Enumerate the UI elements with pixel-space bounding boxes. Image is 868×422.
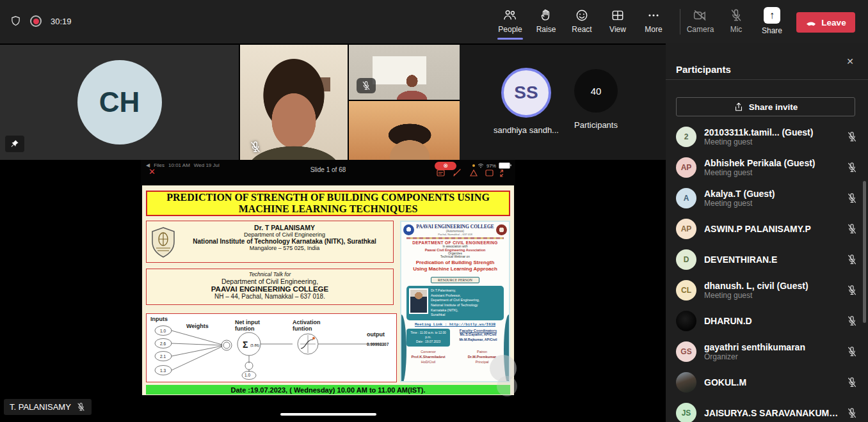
slide-title-line2: MACHINE LEARNING TECHNIQUES	[239, 203, 418, 215]
participant-row[interactable]: GS gayathri senthikumaran Organizer	[666, 336, 868, 367]
toolbar-divider	[680, 9, 680, 35]
diagram-output-label: output	[367, 331, 385, 338]
participant-row[interactable]: A Akalya.T (Guest) Meeting guest	[666, 183, 868, 214]
meeting-stage: CH SS sandhiya sandh... 40 Participants	[0, 43, 666, 422]
participant-avatar: AP	[676, 219, 696, 239]
input-value-4: 1.3	[160, 368, 166, 373]
convenor-role: HoD/Civil	[401, 359, 455, 364]
talk-dept: Department of Civil Engineering,	[147, 277, 393, 285]
close-panel-button[interactable]: ✕	[846, 56, 854, 66]
home-indicator[interactable]	[280, 413, 376, 416]
participant-row[interactable]: CL dhanush. L, civil (Guest) Meeting gue…	[666, 275, 868, 306]
diagram-net-label2: funtion	[235, 325, 255, 332]
convenor-label: Convenor	[401, 349, 455, 354]
raise-button[interactable]: Raise	[530, 4, 562, 38]
panel-title: Participants	[676, 64, 731, 75]
participant-avatar	[676, 311, 696, 331]
participant-row[interactable]: 2 20103311k.tamil... (Guest) Meeting gue…	[666, 121, 868, 152]
diagram-net-label1: Net input	[235, 319, 260, 325]
mic-label: Mic	[730, 25, 743, 34]
mic-off-icon	[76, 402, 86, 412]
toolbar-device-group: Camera Mic ↑ Share	[684, 4, 788, 38]
participant-avatar	[676, 372, 696, 393]
annotation-toolbar-icons[interactable]	[436, 168, 511, 178]
overflow-participants-tile[interactable]: 40 Participants	[551, 69, 641, 130]
participant-row[interactable]: JS JAISURYA.S SARAVANAKUMAR.T	[666, 398, 868, 422]
participant-row[interactable]: AP Abhishek Perikala (Guest) Meeting gue…	[666, 152, 868, 183]
participant-name: DEVENTHIRAN.E	[704, 254, 839, 265]
mic-off-icon	[846, 407, 858, 419]
scroll-handle-secondary[interactable]	[497, 376, 517, 396]
participant-row[interactable]: AP ASWIN.P PALANISAMY.P	[666, 214, 868, 244]
participant-name: GOKUL.M	[704, 377, 839, 387]
leave-button[interactable]: Leave	[796, 12, 855, 33]
camera-off-icon	[693, 8, 707, 22]
participant-name: ASWIN.P PALANISAMY.P	[704, 224, 839, 234]
camera-button[interactable]: Camera	[684, 4, 716, 38]
participant-subtitle: Meeting guest	[704, 168, 839, 177]
poster-title-line1: Predication of Building Strength	[401, 260, 509, 266]
panel-scrollbar[interactable]	[863, 181, 866, 323]
react-button[interactable]: React	[566, 4, 598, 38]
more-button[interactable]: More	[638, 4, 670, 38]
people-button[interactable]: People	[494, 4, 526, 38]
participant-meta: DHARUN.D	[704, 316, 839, 326]
participant-row[interactable]: DHARUN.D	[666, 306, 868, 336]
avatar: CH	[77, 60, 162, 145]
leave-label: Leave	[821, 18, 846, 27]
college-emblem-icon	[496, 224, 507, 235]
webinar-date: Date : 19.07.2023	[408, 340, 449, 344]
time-date-chip: Time : 11.00 a.m. to 12.00 p.m. Date : 1…	[406, 329, 450, 347]
share-invite-label: Share invite	[749, 102, 798, 112]
close-icon: ✕	[846, 56, 854, 66]
participant-row[interactable]: GOKUL.M	[666, 367, 868, 398]
video-tile-speaker[interactable]	[240, 45, 348, 160]
share-icon: ↑	[764, 7, 780, 24]
video-tile-participant-2[interactable]	[349, 101, 460, 160]
view-grid-icon	[611, 8, 625, 22]
college-logo-icon	[403, 224, 414, 235]
input-value-3: 2.1	[160, 354, 166, 359]
shared-screen[interactable]: ◀ Files 10:01 AM Wed 19 Jul ✕ Slide 1 of…	[141, 160, 515, 422]
share-invite-button[interactable]: Share invite	[676, 97, 855, 116]
participant-subtitle: Organizer	[704, 352, 839, 361]
share-invite-icon	[734, 102, 744, 112]
speaker-text: Dr. T PALANISAMY Department of Civil Eng…	[179, 224, 390, 251]
person-inst2: Karnataka (NITK),	[431, 308, 479, 313]
speaker-institute: National Institute of Technology Karnata…	[179, 238, 390, 245]
video-tile-participant-1[interactable]	[349, 45, 460, 100]
faculty-coordinators: Faculty Coordinators Ms.S.Gayathri, AP/C…	[453, 329, 504, 343]
bias-value: 1.0	[245, 373, 250, 377]
share-button[interactable]: ↑ Share	[756, 4, 788, 38]
mic-off-icon	[846, 162, 858, 173]
participant-name: Akalya.T (Guest)	[704, 189, 839, 199]
mic-button[interactable]: Mic	[720, 4, 752, 38]
speaker-name: Dr. T PALANISAMY	[179, 224, 390, 231]
video-tile-ch[interactable]: CH	[0, 45, 239, 160]
view-button[interactable]: View	[602, 4, 634, 38]
pin-button[interactable]	[5, 136, 24, 152]
meeting-link: Meeting Link : http://bitly.ws/I63B	[401, 322, 509, 327]
poster-accreditation-line	[406, 237, 504, 239]
participant-name: gayathri senthikumaran	[704, 342, 839, 352]
participant-meta: Abhishek Perikala (Guest) Meeting guest	[704, 158, 839, 177]
participant-name: 20103311k.tamil... (Guest)	[704, 127, 839, 137]
participant-name: dhanush. L, civil (Guest)	[704, 281, 839, 291]
people-label: People	[498, 25, 522, 34]
presenter-name-tag: T. PALANISAMY	[4, 399, 92, 415]
mic-off-icon	[361, 81, 371, 91]
avatar: SS	[501, 68, 551, 118]
participants-count: 40	[574, 69, 618, 113]
recording-status: 30:19	[10, 15, 72, 27]
convenor-name: Prof.K.Sharmiladevi	[411, 355, 445, 359]
participant-meta: 20103311k.tamil... (Guest) Meeting guest	[704, 127, 839, 146]
meeting-timer: 30:19	[51, 17, 72, 26]
mic-off-indicator	[357, 78, 376, 93]
raise-hand-icon	[539, 8, 553, 22]
resource-person-badge: RESOURCE PERSON	[431, 277, 479, 283]
poster-address: Pachal, Namakkal – 637 018	[414, 233, 496, 236]
participant-meta: GOKUL.M	[704, 377, 839, 387]
participant-row[interactable]: D DEVENTHIRAN.E	[666, 244, 868, 275]
participant-meta: DEVENTHIRAN.E	[704, 254, 839, 265]
mic-off-icon	[729, 8, 743, 22]
